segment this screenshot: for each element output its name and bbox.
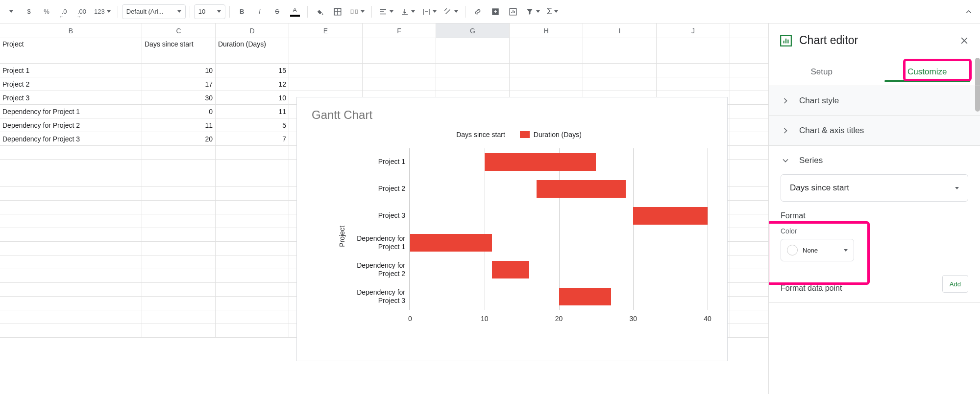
chart[interactable]: Gantt Chart Days since start Duration (D… (296, 97, 728, 361)
cell[interactable] (0, 160, 142, 173)
cell[interactable] (0, 269, 142, 282)
cell[interactable]: 17 (142, 77, 216, 91)
column-header[interactable]: F (363, 23, 436, 38)
cell[interactable] (216, 242, 289, 255)
cell[interactable] (142, 146, 216, 159)
column-header[interactable]: D (216, 23, 289, 38)
cell[interactable] (216, 187, 289, 200)
cell[interactable] (0, 255, 142, 269)
cell[interactable] (142, 173, 216, 186)
add-data-point-button[interactable]: Add (942, 275, 968, 293)
cell[interactable]: 12 (216, 77, 289, 91)
cell[interactable] (142, 160, 216, 173)
currency-format-button[interactable]: $ (21, 3, 37, 20)
bold-button[interactable]: B (234, 3, 250, 20)
cell[interactable] (657, 77, 730, 91)
text-wrap-button[interactable] (419, 3, 440, 20)
cell[interactable]: 11 (142, 118, 216, 132)
cell[interactable]: Project 1 (0, 64, 142, 77)
cell[interactable] (216, 255, 289, 269)
cell[interactable] (216, 160, 289, 173)
cell[interactable]: Project 2 (0, 77, 142, 91)
cell[interactable] (0, 187, 142, 200)
cell[interactable] (0, 201, 142, 214)
cell[interactable] (216, 283, 289, 296)
cell[interactable] (436, 64, 510, 77)
cell[interactable] (216, 310, 289, 324)
cell[interactable] (583, 38, 657, 63)
cell[interactable] (142, 242, 216, 255)
series-header[interactable]: Series (781, 156, 968, 165)
cell[interactable]: 15 (216, 64, 289, 77)
filter-button[interactable] (522, 3, 543, 20)
cell[interactable] (363, 77, 436, 91)
cell[interactable] (363, 64, 436, 77)
cell[interactable] (216, 324, 289, 337)
cell[interactable] (363, 38, 436, 63)
column-header[interactable]: H (510, 23, 583, 38)
percent-format-button[interactable]: % (38, 3, 55, 20)
color-picker[interactable]: None (781, 239, 854, 261)
spreadsheet-area[interactable]: B C D E F G H I J ProjectDays since star… (0, 23, 768, 394)
cell[interactable]: Days since start (142, 38, 216, 63)
more-formats-button[interactable]: 123 (91, 3, 114, 20)
italic-button[interactable]: I (251, 3, 268, 20)
cell[interactable] (142, 310, 216, 324)
table-row[interactable]: ProjectDays since startDuration (Days) (0, 38, 768, 64)
toolbar-dropdown[interactable] (3, 3, 20, 20)
table-row[interactable]: Project 11015 (0, 64, 768, 77)
cell[interactable]: Dependency for Project 3 (0, 132, 142, 145)
cell[interactable] (583, 64, 657, 77)
font-family-select[interactable]: Default (Ari... (122, 4, 186, 19)
cell[interactable] (142, 324, 216, 337)
cell[interactable] (0, 324, 142, 337)
cell[interactable] (510, 77, 583, 91)
borders-button[interactable] (329, 3, 346, 20)
column-header[interactable]: E (289, 23, 363, 38)
cell[interactable] (216, 214, 289, 228)
cell[interactable]: Duration (Days) (216, 38, 289, 63)
cell[interactable] (0, 146, 142, 159)
cell[interactable]: 11 (216, 105, 289, 118)
cell[interactable] (436, 38, 510, 63)
increase-decimal-button[interactable]: .00→ (74, 3, 90, 20)
cell[interactable] (142, 283, 216, 296)
cell[interactable] (0, 283, 142, 296)
cell[interactable] (0, 310, 142, 324)
decrease-decimal-button[interactable]: .0← (56, 3, 73, 20)
cell[interactable] (289, 38, 363, 63)
insert-link-button[interactable] (469, 3, 486, 20)
v-align-button[interactable] (397, 3, 418, 20)
cell[interactable] (289, 77, 363, 91)
cell[interactable] (142, 269, 216, 282)
cell[interactable] (216, 269, 289, 282)
cell[interactable]: 0 (142, 105, 216, 118)
cell[interactable] (216, 201, 289, 214)
cell[interactable] (0, 297, 142, 310)
strikethrough-button[interactable]: S (269, 3, 286, 20)
column-header[interactable]: I (583, 23, 657, 38)
cell[interactable]: Project (0, 38, 142, 63)
cell[interactable]: 30 (142, 91, 216, 104)
cell[interactable]: 5 (216, 118, 289, 132)
cell[interactable] (142, 255, 216, 269)
cell[interactable] (583, 77, 657, 91)
collapse-toolbar-button[interactable] (960, 3, 977, 20)
column-header[interactable]: C (142, 23, 216, 38)
cell[interactable] (142, 187, 216, 200)
cell[interactable]: 7 (216, 132, 289, 145)
column-header[interactable]: J (657, 23, 730, 38)
cell[interactable] (657, 38, 730, 63)
section-chart-style[interactable]: Chart style (769, 86, 980, 116)
close-button[interactable] (959, 36, 969, 46)
cell[interactable]: Dependency for Project 2 (0, 118, 142, 132)
cell[interactable] (289, 64, 363, 77)
cell[interactable] (657, 64, 730, 77)
cell[interactable]: 10 (216, 91, 289, 104)
merge-cells-button[interactable] (347, 3, 368, 20)
cell[interactable] (216, 228, 289, 241)
cell[interactable]: 10 (142, 64, 216, 77)
table-row[interactable]: Project 21712 (0, 77, 768, 91)
cell[interactable] (510, 64, 583, 77)
column-header[interactable]: G (436, 23, 510, 38)
